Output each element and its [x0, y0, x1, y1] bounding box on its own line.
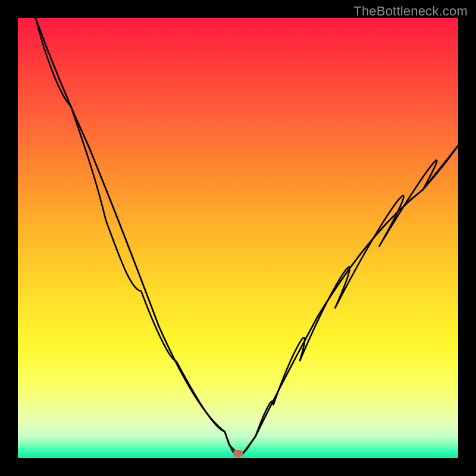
watermark-text: TheBottleneck.com: [353, 4, 468, 19]
curve-svg-smooth: [18, 18, 458, 458]
chart-frame: TheBottleneck.com: [0, 0, 476, 476]
curve-min-marker: [233, 450, 243, 457]
plot-area: [18, 18, 458, 458]
bottleneck-curve-smooth: [36, 18, 458, 453]
